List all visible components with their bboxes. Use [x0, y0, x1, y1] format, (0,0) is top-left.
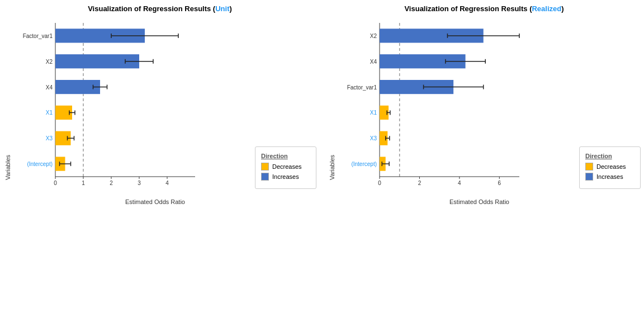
- legend-color-decreases: [585, 163, 593, 171]
- svg-text:(Intercept): (Intercept): [27, 161, 53, 167]
- svg-text:4: 4: [165, 180, 169, 186]
- legend-color-decreases: [261, 163, 269, 171]
- legend-color-increases: [261, 173, 269, 181]
- chart-title-realized: Visualization of Regression Results (Rea…: [404, 4, 564, 13]
- legend-item-decreases: Decreases: [585, 163, 634, 171]
- svg-text:Factor_var1: Factor_var1: [347, 84, 377, 91]
- chart-inner-realized: 0246X2X4Factor_var1X1X3(Intercept)Estima…: [338, 17, 579, 318]
- chart-title-unit: Visualization of Regression Results (Uni…: [88, 4, 232, 13]
- x-axis-label-unit: Estimated Odds Ratio: [55, 198, 255, 205]
- chart-unit: Visualization of Regression Results (Uni…: [3, 4, 316, 318]
- y-axis-label-unit: Variables: [3, 17, 12, 318]
- legend-label-decreases: Decreases: [272, 163, 302, 170]
- svg-text:X3: X3: [46, 135, 53, 141]
- legend-item-decreases: Decreases: [261, 163, 310, 171]
- svg-text:3: 3: [138, 180, 141, 186]
- legend-color-increases: [585, 173, 593, 181]
- legend-label-increases: Increases: [596, 173, 623, 180]
- chart-svg-realized: 0246X2X4Factor_var1X1X3(Intercept): [338, 17, 528, 196]
- chart-realized: Visualization of Regression Results (Rea…: [328, 4, 641, 318]
- svg-text:Factor_var1: Factor_var1: [23, 33, 53, 39]
- chart-area-realized: Variables0246X2X4Factor_var1X1X3(Interce…: [328, 17, 641, 318]
- legend-unit: DirectionDecreasesIncreases: [255, 146, 316, 189]
- chart-svg-unit: 01234Factor_var1X2X4X1X3(Intercept): [13, 17, 203, 196]
- chart-and-legend-unit: 01234Factor_var1X2X4X1X3(Intercept)Estim…: [13, 17, 316, 318]
- svg-text:(Intercept): (Intercept): [351, 161, 377, 167]
- svg-text:2: 2: [418, 180, 422, 186]
- svg-text:X1: X1: [46, 110, 53, 116]
- legend-label-decreases: Decreases: [596, 163, 626, 170]
- legend-title-unit: Direction: [261, 153, 310, 159]
- svg-text:0: 0: [54, 180, 57, 186]
- svg-text:2: 2: [110, 180, 113, 186]
- y-axis-label-realized: Variables: [328, 17, 337, 318]
- chart-area-unit: Variables01234Factor_var1X2X4X1X3(Interc…: [3, 17, 316, 318]
- svg-text:X2: X2: [46, 59, 53, 65]
- chart-and-legend-realized: 0246X2X4Factor_var1X1X3(Intercept)Estima…: [338, 17, 641, 318]
- charts-container: Visualization of Regression Results (Uni…: [3, 4, 641, 318]
- x-axis-label-realized: Estimated Odds Ratio: [380, 198, 579, 205]
- svg-text:X2: X2: [370, 33, 377, 39]
- svg-text:X4: X4: [46, 84, 53, 91]
- legend-item-increases: Increases: [261, 173, 310, 181]
- svg-text:1: 1: [82, 180, 85, 186]
- legend-title-realized: Direction: [585, 153, 634, 159]
- legend-realized: DirectionDecreasesIncreases: [579, 146, 641, 189]
- svg-text:X1: X1: [370, 110, 377, 116]
- svg-text:X4: X4: [370, 59, 377, 65]
- svg-text:6: 6: [498, 180, 501, 186]
- chart-inner-unit: 01234Factor_var1X2X4X1X3(Intercept)Estim…: [13, 17, 255, 318]
- svg-text:4: 4: [458, 180, 461, 186]
- legend-item-increases: Increases: [585, 173, 634, 181]
- svg-text:0: 0: [378, 180, 381, 186]
- svg-text:X3: X3: [370, 135, 377, 141]
- legend-label-increases: Increases: [272, 173, 299, 180]
